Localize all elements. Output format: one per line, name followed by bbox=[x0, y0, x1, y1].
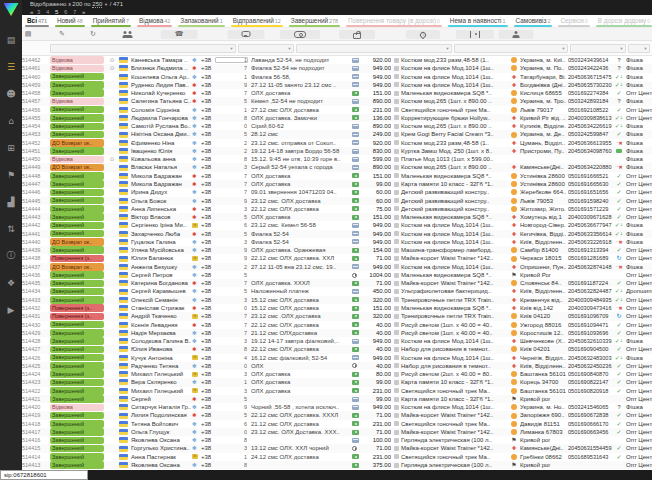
tracking-number[interactable]: 0501689531643 bbox=[568, 453, 612, 461]
tab-Повернення товару (в дорозі)[interactable]: Повернення товару (в дорозі)0 bbox=[346, 15, 442, 27]
order-comment[interactable]: 22.12 смс ОЛХ доставка. ХХЛ bbox=[251, 254, 350, 262]
order-comment[interactable]: 21.12 смс ОЛХ доставка bbox=[251, 420, 350, 428]
status-badge[interactable]: Завершений bbox=[50, 213, 106, 221]
status-badge[interactable]: Завершений bbox=[50, 106, 106, 114]
tab-Всі[interactable]: Всі471 bbox=[25, 15, 49, 27]
order-id[interactable]: 514458 bbox=[22, 89, 48, 97]
product-name[interactable]: Светящийся гоночный трек Ма.. bbox=[394, 387, 506, 395]
table-row[interactable]: 514445ЗавершенийОльга Божок✻+38923.12 см… bbox=[22, 197, 652, 205]
status-badge[interactable]: Відмова bbox=[50, 97, 106, 105]
client-phone[interactable]: +38 bbox=[201, 89, 234, 97]
product-name[interactable]: Светящийся гоночный трек Ма.. bbox=[394, 420, 506, 428]
table-row[interactable]: 514433ЗавершенийОлексій Семанін✻+38315.1… bbox=[22, 296, 652, 304]
table-row[interactable]: 514435ЗавершенийКатерина Богданова✱+387О… bbox=[22, 279, 652, 287]
order-comment[interactable]: 22.12 смс ОЛХ доставка bbox=[251, 205, 350, 213]
delivery-address[interactable]: Черкаси 18015 bbox=[520, 254, 566, 262]
order-id[interactable]: 514440 bbox=[22, 238, 48, 246]
order-comment[interactable]: Фиалка 52-54 bbox=[251, 238, 350, 246]
client-phone[interactable]: +38 bbox=[201, 279, 234, 287]
table-row[interactable]: 514434ЗавершенийСергей Карамышев✻+385Нал… bbox=[22, 287, 652, 295]
sidebar-item-settings-icon[interactable]: ⇅ bbox=[0, 215, 22, 242]
delivery-address[interactable]: Татарбунари, Ві.. bbox=[520, 73, 566, 81]
delivery-address[interactable]: Баштанка 56101 bbox=[520, 387, 566, 395]
order-comment[interactable]: 27.12 смс ОЛХ доставка bbox=[251, 106, 350, 114]
status-badge[interactable]: Завершений bbox=[50, 89, 106, 97]
sidebar-item-dashboard-icon[interactable]: ▤ bbox=[0, 26, 22, 53]
client-phone[interactable]: +38 bbox=[201, 180, 234, 188]
client-name[interactable]: Віктор Власов bbox=[131, 213, 191, 221]
status-badge[interactable]: Повернення (з.. bbox=[50, 304, 106, 312]
client-name[interactable]: Сергіенко Іріна Ми.. bbox=[131, 221, 191, 229]
client-phone[interactable]: +38 bbox=[201, 97, 234, 105]
product-name[interactable]: Костюм мод.265 (1шт. х 890.00 .. bbox=[394, 122, 506, 130]
client-name[interactable]: Кошелева Ольга Ар.. bbox=[131, 73, 191, 81]
pin-icon[interactable] bbox=[406, 30, 440, 39]
order-comment[interactable]: ОЛХ доставка bbox=[251, 180, 350, 188]
delivery-address[interactable]: Чернігів, Відділ.. bbox=[520, 354, 566, 362]
delivery-address[interactable]: Давидів 81151 bbox=[520, 420, 566, 428]
order-comment[interactable]: 23.12 смс. отправка от Сокол.. bbox=[251, 139, 350, 147]
product-name[interactable]: Гирлянда электрическая (100 л.. bbox=[394, 436, 506, 444]
status-badge[interactable]: Завершений bbox=[50, 172, 106, 180]
table-row[interactable]: 514429ЗавершенийНадія Мерзаєва✻+38721.12… bbox=[22, 329, 652, 337]
status-badge[interactable]: Завершений bbox=[50, 387, 106, 395]
order-id[interactable]: 514454 bbox=[22, 122, 48, 130]
product-name[interactable]: Костюм на флисе Мод.1014 (1ш.. bbox=[394, 230, 506, 238]
tracking-number[interactable]: 0503242893184 bbox=[568, 97, 612, 105]
tracking-number[interactable]: 20450634226619 bbox=[568, 122, 612, 130]
order-id[interactable]: 514419 bbox=[22, 411, 48, 419]
order-comment[interactable] bbox=[251, 271, 350, 279]
client-phone[interactable]: +38 bbox=[201, 213, 234, 221]
client-phone[interactable]: +38 bbox=[201, 172, 234, 180]
status-badge[interactable]: Відмова bbox=[50, 403, 106, 411]
table-row[interactable]: 514462Відмова⊙Каневська Тамара ..✻+381Ла… bbox=[22, 56, 652, 64]
tracking-number[interactable]: 20450632610339 bbox=[568, 337, 612, 345]
delivery-address[interactable] bbox=[520, 155, 566, 163]
order-comment[interactable]: ОЛХ доставка bbox=[251, 213, 350, 221]
product-name[interactable]: Майка-корсет Waist Trainer *142.. bbox=[394, 279, 506, 287]
order-id[interactable]: 514429 bbox=[22, 329, 48, 337]
delivery-address[interactable]: Украина, м. Де.. bbox=[520, 130, 566, 138]
phone-icon[interactable]: ☎ bbox=[161, 30, 198, 39]
client-name[interactable]: Руденко Лидия Пав.. bbox=[131, 81, 191, 89]
product-name[interactable]: Тренировочные петли TRX Train.. bbox=[394, 312, 506, 320]
table-row[interactable]: 514457ВідмоваСалегина Татьяна С..✱+385Ке… bbox=[22, 97, 652, 105]
status-badge[interactable]: Завершений bbox=[50, 345, 106, 353]
status-badge[interactable]: Завершений bbox=[50, 271, 106, 279]
order-comment[interactable]: 19.12 14-17 завтра фіалковий,.. bbox=[251, 337, 350, 345]
table-row[interactable]: 514421ЗавершенийСергей✱+38599.00Карта па… bbox=[22, 395, 652, 403]
order-id[interactable]: 514462 bbox=[22, 56, 48, 64]
product-name[interactable]: Машина-трансформер ламборд.. bbox=[394, 246, 506, 254]
client-name[interactable]: Юлия Иванова bbox=[131, 345, 191, 353]
client-phone[interactable]: +38 bbox=[201, 254, 234, 262]
order-id[interactable]: 514447 bbox=[22, 180, 48, 188]
status-badge[interactable]: Завершений bbox=[50, 205, 106, 213]
product-name[interactable]: Карта памяти 10 класс - 32Гб *1.. bbox=[394, 395, 506, 403]
product-name[interactable]: Детский развивающий констру.. bbox=[394, 188, 506, 196]
client-phone[interactable]: +38 bbox=[201, 378, 234, 386]
client-phone[interactable]: +38 bbox=[201, 238, 234, 246]
delivery-address[interactable]: Шевченкове (Х.. bbox=[520, 337, 566, 345]
client-phone[interactable]: +38 bbox=[201, 345, 234, 353]
client-phone[interactable]: +38 bbox=[201, 147, 234, 155]
client-phone[interactable]: +38 bbox=[201, 329, 234, 337]
delivery-address[interactable]: Київ 04201 bbox=[520, 345, 566, 353]
delivery-address[interactable]: Устинівка 28600 bbox=[520, 172, 566, 180]
order-id[interactable]: 514413 bbox=[22, 461, 48, 469]
client-name[interactable]: Горгулько Христина.. bbox=[131, 444, 191, 452]
status-badge[interactable]: ДО Возврат ок.. bbox=[50, 263, 106, 271]
tab-Відправлений[interactable]: Відправлений12 bbox=[231, 15, 283, 27]
status-badge[interactable]: Завершений bbox=[50, 246, 106, 254]
client-phone[interactable]: +38 bbox=[201, 271, 234, 279]
sidebar-item-clients-icon[interactable]: ☻ bbox=[0, 80, 22, 107]
table-row[interactable]: 514448ЗавершенийМикола Бадражан✱+387ОЛХ … bbox=[22, 172, 652, 180]
tab-Сервіси[interactable]: Сервіси0 bbox=[558, 15, 589, 27]
status-badge[interactable]: Завершений bbox=[50, 411, 106, 419]
order-comment[interactable]: 16.12 смс фіалковий, 52-54 bbox=[251, 354, 350, 362]
client-phone[interactable]: +38 bbox=[201, 114, 234, 122]
status-badge[interactable]: Завершений bbox=[50, 130, 106, 138]
client-name[interactable]: Ковальова анна bbox=[131, 155, 191, 163]
person-icon[interactable] bbox=[499, 30, 534, 39]
table-row[interactable]: 514453ЗавершенийНікітіна Оксана Дми..✻+3… bbox=[22, 130, 652, 138]
table-row[interactable]: 514460ЗавершенийКошелева Ольга Ар..✻+381… bbox=[22, 73, 652, 81]
